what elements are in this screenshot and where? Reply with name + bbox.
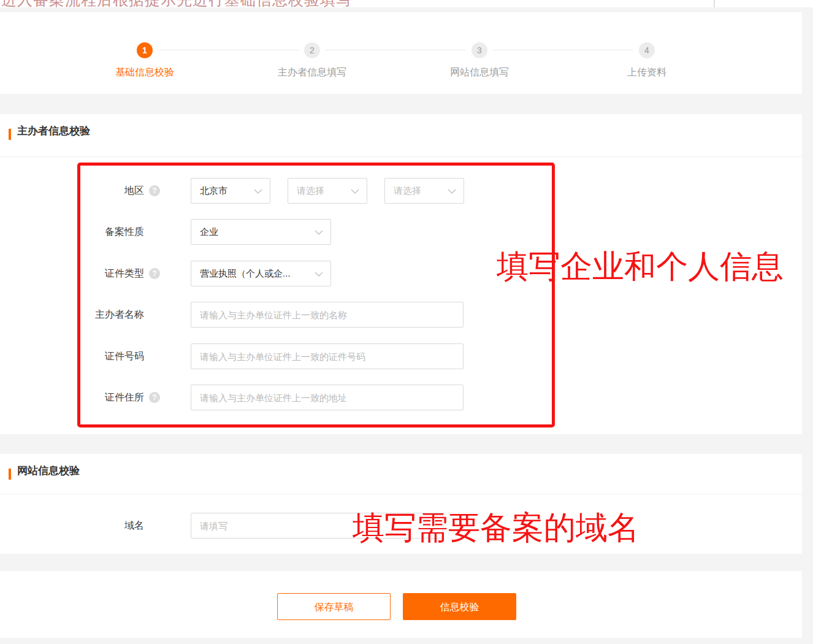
step-1-label: 基础信息校验 bbox=[83, 66, 206, 79]
save-draft-button[interactable]: 保存草稿 bbox=[277, 593, 391, 620]
chevron-down-icon bbox=[254, 189, 262, 194]
nature-label: 备案性质 bbox=[0, 219, 144, 245]
chevron-down-icon bbox=[315, 272, 323, 277]
website-section: 网站信息校验 域名 填写需要备案的域名 bbox=[0, 454, 802, 554]
region-district-select[interactable]: 请选择 bbox=[384, 178, 464, 204]
org-name-input[interactable] bbox=[191, 302, 464, 328]
top-cutoff-strip: 进入备案流程后根据提示先进行基础信息校验填写 bbox=[0, 0, 813, 7]
region-city-placeholder: 请选择 bbox=[297, 178, 324, 203]
region-province-value: 北京市 bbox=[200, 178, 227, 203]
divider bbox=[0, 494, 802, 494]
region-district-placeholder: 请选择 bbox=[394, 178, 421, 203]
cert-type-select[interactable]: 营业执照（个人或企... bbox=[191, 261, 331, 286]
cert-type-help-icon[interactable]: ? bbox=[149, 268, 160, 279]
divider bbox=[0, 156, 802, 157]
chevron-down-icon bbox=[448, 189, 456, 194]
stepper: 1 2 3 4 基础信息校验 主办者信息填写 网站信息填写 上传资料 bbox=[0, 12, 802, 94]
region-province-select[interactable]: 北京市 bbox=[191, 178, 270, 204]
domain-label: 域名 bbox=[0, 513, 144, 539]
org-name-label: 主办者名称 bbox=[0, 302, 144, 328]
step-connector bbox=[326, 50, 466, 50]
step-1-circle: 1 bbox=[137, 42, 153, 58]
nature-value: 企业 bbox=[200, 220, 218, 244]
step-3-label: 网站信息填写 bbox=[418, 66, 541, 79]
top-cutoff-text: 进入备案流程后根据提示先进行基础信息校验填写 bbox=[1, 0, 352, 7]
section-accent-bar bbox=[9, 469, 11, 480]
cert-type-value: 营业执照（个人或企... bbox=[200, 261, 291, 286]
footer-actions: 保存草稿 信息校验 bbox=[0, 571, 802, 638]
cert-no-label: 证件号码 bbox=[0, 343, 144, 369]
cert-addr-input[interactable] bbox=[191, 385, 464, 410]
region-help-icon[interactable]: ? bbox=[149, 185, 160, 196]
nature-select[interactable]: 企业 bbox=[191, 219, 331, 245]
organizer-section-title: 主办者信息校验 bbox=[17, 124, 90, 138]
chevron-down-icon bbox=[351, 189, 359, 194]
section-accent-bar bbox=[9, 129, 11, 140]
verify-info-button[interactable]: 信息校验 bbox=[403, 593, 516, 620]
step-connector bbox=[158, 50, 299, 50]
region-label: 地区 bbox=[0, 178, 144, 204]
step-3-circle: 3 bbox=[471, 42, 487, 58]
cert-type-label: 证件类型 bbox=[0, 261, 144, 286]
step-4-label: 上传资料 bbox=[586, 66, 708, 79]
chevron-down-icon bbox=[315, 230, 323, 235]
website-section-title: 网站信息校验 bbox=[17, 464, 80, 478]
cert-addr-help-icon[interactable]: ? bbox=[149, 392, 160, 403]
cert-addr-label: 证件住所 bbox=[0, 385, 144, 410]
domain-input[interactable] bbox=[191, 513, 443, 539]
step-2-circle: 2 bbox=[304, 42, 320, 58]
step-connector bbox=[493, 50, 633, 50]
organizer-annotation-text: 填写企业和个人信息 bbox=[497, 249, 784, 283]
step-2-label: 主办者信息填写 bbox=[251, 66, 373, 79]
organizer-section: 主办者信息校验 地区 ? 北京市 请选择 请选择 备案性质 企业 证件类型 ? … bbox=[0, 114, 802, 434]
step-4-circle: 4 bbox=[639, 42, 655, 58]
region-city-select[interactable]: 请选择 bbox=[288, 178, 367, 204]
top-edge-artifact bbox=[714, 0, 715, 7]
cert-no-input[interactable] bbox=[191, 343, 464, 369]
